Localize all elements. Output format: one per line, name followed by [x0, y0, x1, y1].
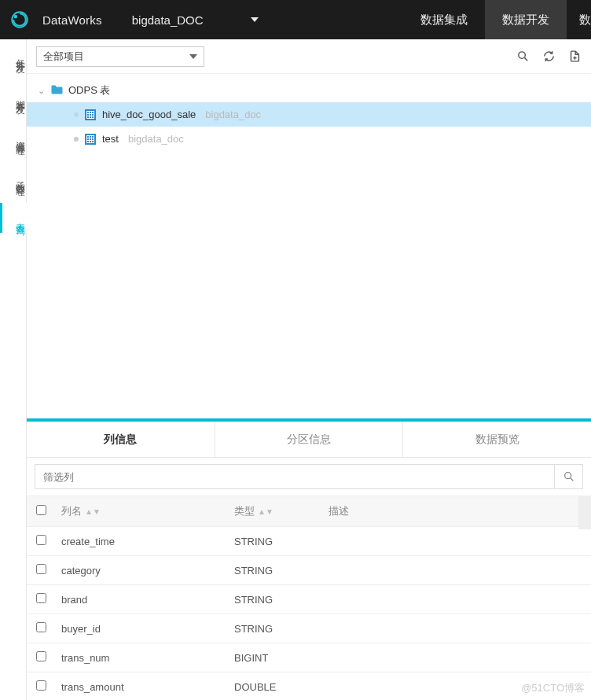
side-rail: 任务开发 脚本开发 资源管理 函数管理 表查询	[0, 39, 27, 700]
cell-type: STRING	[228, 614, 322, 643]
select-all-checkbox[interactable]	[36, 505, 46, 515]
table-tree: ⌄ ODPS 表 hive_doc_good_sale bigdata_doc …	[27, 74, 591, 159]
cell-type: STRING	[228, 585, 322, 614]
row-checkbox[interactable]	[36, 651, 46, 661]
cell-name: buyer_id	[55, 614, 228, 643]
row-checkbox[interactable]	[36, 622, 46, 632]
main-area: 全部项目 ⌄ ODPS 表 hive_doc_good_sale bigdata…	[27, 39, 591, 700]
svg-line-7	[571, 478, 573, 481]
svg-point-6	[564, 473, 571, 479]
tree-node-suffix: bigdata_doc	[128, 133, 184, 145]
grid-scroll[interactable]: 列名▲▼ 类型▲▼ 描述 create_timeSTRINGcategoryST…	[27, 496, 591, 700]
cell-type: BIGINT	[228, 643, 322, 672]
table-header-row: 列名▲▼ 类型▲▼ 描述	[27, 496, 591, 527]
cell-desc	[322, 585, 591, 614]
brand-name: DataWorks	[39, 13, 113, 27]
tab-partition-info[interactable]: 分区信息	[215, 422, 404, 457]
new-file-icon[interactable]	[568, 50, 582, 63]
status-dot-icon	[74, 137, 79, 142]
svg-point-1	[14, 15, 18, 19]
table-row[interactable]: trans_amountDOUBLE	[27, 672, 591, 701]
folder-icon	[50, 84, 64, 98]
details-panel: 列信息 分区信息 数据预览 列名▲▼ 类型▲▼ 描述	[27, 418, 591, 700]
tree-node-suffix: bigdata_doc	[205, 109, 261, 120]
caret-down-icon	[189, 54, 197, 59]
tree-root-label: ODPS 表	[68, 83, 110, 98]
cell-name: create_time	[55, 527, 228, 556]
header-type[interactable]: 类型▲▼	[228, 496, 322, 527]
rail-function-mgmt[interactable]: 函数管理	[0, 162, 27, 193]
project-name: bigdata_DOC	[132, 13, 204, 27]
project-selector[interactable]: bigdata_DOC	[113, 13, 277, 27]
filter-box	[35, 464, 583, 489]
filter-input[interactable]	[35, 471, 554, 483]
svg-point-2	[519, 52, 526, 59]
row-checkbox[interactable]	[36, 535, 46, 545]
tab-data-preview[interactable]: 数据预览	[403, 422, 591, 457]
tree-node-hive-doc-good-sale[interactable]: hive_doc_good_sale bigdata_doc	[27, 102, 591, 127]
table-row[interactable]: buyer_idSTRING	[27, 614, 591, 643]
cell-name: trans_amount	[55, 672, 228, 701]
sort-icon: ▲▼	[258, 510, 273, 514]
watermark: @51CTO博客	[521, 681, 585, 695]
nav-data-integration[interactable]: 数据集成	[403, 0, 485, 39]
filter-search-button[interactable]	[554, 465, 582, 488]
header-checkbox-cell	[27, 496, 55, 527]
sort-icon: ▲▼	[85, 510, 101, 514]
cell-desc	[322, 614, 591, 643]
svg-line-3	[525, 58, 528, 61]
chevron-down-icon: ⌄	[38, 86, 46, 96]
nav-cutoff[interactable]: 数	[567, 0, 591, 39]
columns-table: 列名▲▼ 类型▲▼ 描述 create_timeSTRINGcategoryST…	[27, 496, 591, 700]
table-row[interactable]: create_timeSTRING	[27, 527, 591, 556]
row-checkbox[interactable]	[36, 680, 46, 691]
top-nav: 数据集成 数据开发 数	[403, 0, 591, 39]
row-checkbox[interactable]	[36, 564, 46, 574]
logo-icon	[0, 0, 39, 39]
rail-task-dev[interactable]: 任务开发	[0, 39, 27, 71]
tree-node-name: hive_doc_good_sale	[102, 109, 196, 120]
table-row[interactable]: brandSTRING	[27, 585, 591, 614]
cell-type: STRING	[228, 527, 322, 556]
top-bar: DataWorks bigdata_DOC 数据集成 数据开发 数	[0, 0, 591, 39]
cell-type: DOUBLE	[228, 672, 322, 701]
header-desc[interactable]: 描述	[322, 496, 591, 527]
project-scope-select[interactable]: 全部项目	[36, 46, 204, 67]
cell-desc	[322, 527, 591, 556]
grid-wrap: 列名▲▼ 类型▲▼ 描述 create_timeSTRINGcategoryST…	[27, 496, 591, 700]
cell-desc	[322, 643, 591, 672]
tab-column-info[interactable]: 列信息	[27, 422, 215, 457]
cell-name: trans_num	[55, 643, 228, 672]
rail-script-dev[interactable]: 脚本开发	[0, 80, 27, 112]
rail-table-query[interactable]: 表查询	[0, 203, 27, 233]
table-row[interactable]: categorySTRING	[27, 556, 591, 585]
search-icon[interactable]	[516, 50, 530, 63]
cell-type: STRING	[228, 556, 322, 585]
rail-resource-mgmt[interactable]: 资源管理	[0, 121, 27, 153]
tree-root-odps[interactable]: ⌄ ODPS 表	[27, 79, 591, 102]
scrollbar-track[interactable]	[578, 496, 591, 529]
table-row[interactable]: trans_numBIGINT	[27, 643, 591, 672]
caret-down-icon	[251, 17, 259, 22]
cell-name: category	[55, 556, 228, 585]
status-dot-icon	[74, 112, 79, 117]
row-checkbox[interactable]	[36, 593, 46, 603]
header-name[interactable]: 列名▲▼	[55, 496, 228, 527]
cell-name: brand	[55, 585, 228, 614]
table-icon	[85, 134, 96, 145]
tree-node-name: test	[102, 133, 119, 145]
details-tabs: 列信息 分区信息 数据预览	[27, 422, 591, 458]
tree-node-test[interactable]: test bigdata_doc	[27, 127, 591, 151]
tree-toolbar: 全部项目	[27, 39, 591, 74]
toolbar-icons	[516, 50, 582, 63]
project-scope-value: 全部项目	[43, 50, 84, 64]
filter-row	[27, 458, 591, 496]
cell-desc	[322, 556, 591, 585]
table-icon	[85, 109, 96, 120]
nav-data-develop[interactable]: 数据开发	[485, 0, 567, 39]
refresh-icon[interactable]	[542, 50, 556, 63]
